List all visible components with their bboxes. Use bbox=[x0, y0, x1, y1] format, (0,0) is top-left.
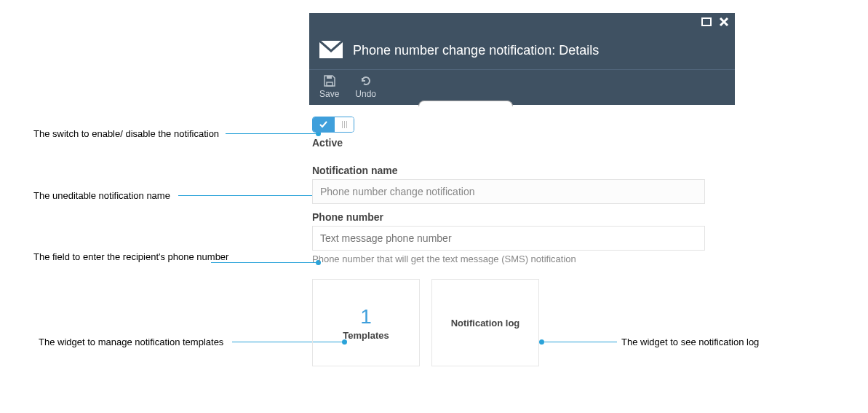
tab-stub bbox=[418, 101, 513, 106]
active-toggle[interactable] bbox=[312, 117, 354, 133]
undo-label: Undo bbox=[355, 89, 376, 99]
templates-count: 1 bbox=[360, 305, 372, 329]
callout-line bbox=[226, 133, 316, 134]
templates-label: Templates bbox=[343, 330, 389, 341]
notification-log-widget[interactable]: Notification log bbox=[431, 279, 539, 366]
svg-rect-2 bbox=[327, 82, 333, 86]
svg-rect-3 bbox=[327, 76, 332, 79]
maximize-icon[interactable] bbox=[701, 17, 712, 28]
details-panel: Phone number change notification: Detail… bbox=[309, 13, 735, 366]
panel-title: Phone number change notification: Detail… bbox=[353, 43, 599, 58]
callout-phone: The field to enter the recipient's phone… bbox=[33, 251, 228, 262]
grip-icon bbox=[342, 121, 347, 128]
toggle-on-side bbox=[313, 117, 335, 132]
panel-header: Phone number change notification: Detail… bbox=[309, 32, 735, 70]
notification-name-label: Notification name bbox=[312, 165, 714, 176]
active-label: Active bbox=[312, 137, 714, 149]
callout-name: The uneditable notification name bbox=[33, 190, 170, 201]
callout-toggle: The switch to enable/ disable the notifi… bbox=[33, 128, 219, 139]
panel-body: Active Notification name Phone number ch… bbox=[309, 105, 717, 366]
undo-button[interactable]: Undo bbox=[355, 74, 376, 99]
save-button[interactable]: Save bbox=[319, 74, 339, 99]
check-icon bbox=[319, 121, 328, 128]
window-titlebar bbox=[309, 13, 735, 32]
toggle-off-side bbox=[335, 117, 354, 132]
callout-templates: The widget to manage notification templa… bbox=[39, 337, 223, 347]
notification-log-label: Notification log bbox=[451, 318, 520, 329]
close-icon[interactable] bbox=[719, 17, 729, 29]
widget-tiles: 1 Templates Notification log bbox=[312, 279, 714, 366]
save-label: Save bbox=[319, 89, 339, 99]
phone-number-label: Phone number bbox=[312, 211, 714, 223]
svg-rect-0 bbox=[702, 18, 711, 25]
phone-number-field[interactable] bbox=[312, 226, 705, 251]
notification-name-field: Phone number change notification bbox=[312, 179, 705, 204]
callout-line bbox=[178, 195, 316, 196]
templates-widget[interactable]: 1 Templates bbox=[312, 279, 420, 366]
envelope-icon bbox=[319, 41, 343, 60]
toolbar: Save Undo bbox=[309, 70, 735, 105]
callout-line bbox=[211, 262, 316, 263]
phone-help-text: Phone number that will get the text mess… bbox=[312, 253, 714, 264]
